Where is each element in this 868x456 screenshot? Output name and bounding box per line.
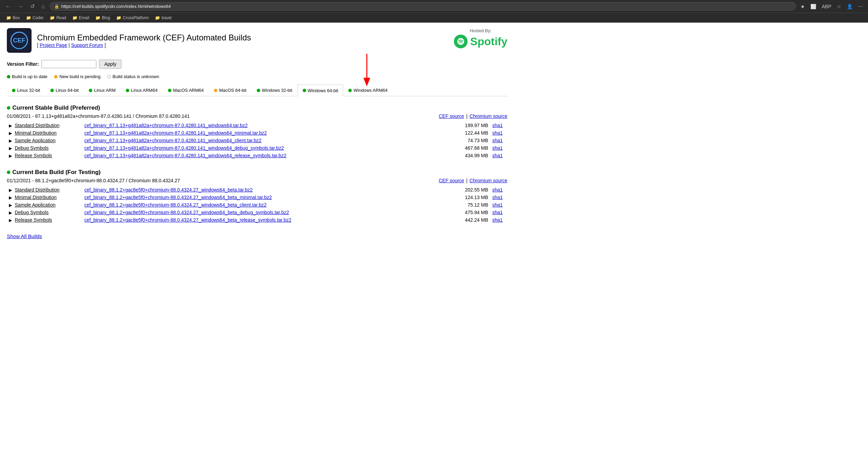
status-pending-label: New build is pending [59, 74, 100, 79]
sha1-link[interactable]: sha1 [492, 195, 503, 200]
file-link[interactable]: cef_binary_87.1.13+g481a82a+chromium-87.… [84, 130, 267, 136]
file-link[interactable]: cef_binary_88.1.2+gac8e5f0+chromium-88.0… [84, 195, 272, 200]
refresh-button[interactable]: ↺ [28, 2, 37, 10]
site-header: CEF Chromium Embedded Framework (CEF) Au… [7, 28, 507, 53]
url-text: https://cef-builds.spotifycdn.com/index.… [61, 4, 171, 9]
expand-button[interactable]: ▶ [9, 218, 13, 223]
bookmark-item-coder[interactable]: 📁Coder [23, 14, 47, 21]
expand-button[interactable]: ▶ [9, 203, 13, 208]
sha1-link[interactable]: sha1 [492, 153, 503, 158]
cef-logo: CEF [7, 28, 32, 53]
sha1-link[interactable]: sha1 [492, 210, 503, 215]
expand-button[interactable]: ▶ [9, 123, 13, 128]
folder-icon: 📁 [95, 15, 100, 20]
status-item-uptodate: Build is up to date [7, 74, 47, 79]
project-page-link[interactable]: Project Page [40, 42, 67, 48]
adblock-button[interactable]: ABP [820, 3, 833, 10]
bookmark-item-read[interactable]: 📁Read [47, 14, 69, 21]
home-button[interactable]: ⌂ [39, 3, 47, 10]
stable-chromium-source-link[interactable]: Chromium source [470, 113, 507, 119]
sha1-link[interactable]: sha1 [492, 145, 503, 151]
file-size: 475.94 MB [456, 209, 490, 216]
tab-windows-64-bit[interactable]: Windows 64-bit [298, 85, 343, 96]
star-button[interactable]: ★ [799, 3, 807, 10]
row-label: Debug Symbols [15, 210, 49, 215]
tab-windows-arm64[interactable]: Windows ARM64 [343, 85, 393, 96]
bookmark-item-box[interactable]: 📁Box [3, 14, 23, 21]
beta-cef-source-link[interactable]: CEF source [439, 178, 464, 183]
file-link[interactable]: cef_binary_88.1.2+gac8e5f0+chromium-88.0… [84, 187, 253, 193]
row-label: Release Symbols [15, 217, 52, 223]
expand-button[interactable]: ▶ [9, 153, 13, 158]
beta-chromium-source-link[interactable]: Chromium source [470, 178, 507, 183]
file-link[interactable]: cef_binary_88.1.2+gac8e5f0+chromium-88.0… [84, 210, 289, 215]
menu-button[interactable]: ⋯ [856, 3, 865, 10]
support-forum-link[interactable]: Support Forum [71, 42, 103, 48]
tab-linux-64-bit[interactable]: Linux 64-bit [45, 85, 84, 96]
extensions-button[interactable]: ⬜ [809, 3, 818, 10]
row-label: Sample Application [15, 202, 56, 208]
tab-dot [50, 89, 54, 92]
expand-button[interactable]: ▶ [9, 195, 13, 200]
sha1-link[interactable]: sha1 [492, 130, 503, 136]
beta-build-title: Current Beta Build (For Testing) [7, 169, 507, 176]
tab-dot [89, 89, 92, 92]
expand-button[interactable]: ▶ [9, 210, 13, 215]
sha1-link[interactable]: sha1 [492, 187, 503, 193]
bookmark-item-blog[interactable]: 📁Blog [93, 14, 113, 21]
bookmark-item-crossplatform[interactable]: 📁CrossPlatform [113, 14, 152, 21]
sha1-link[interactable]: sha1 [492, 138, 503, 143]
tab-macos-64-bit[interactable]: MacOS 64-bit [209, 85, 251, 96]
tab-label: Linux ARM [94, 88, 116, 93]
show-all-link[interactable]: Show All Builds [7, 233, 42, 239]
bookmark-button[interactable]: ☆ [835, 3, 843, 10]
stable-version-line: 01/08/2021 - 87.1.13+g481a82a+chromium-8… [7, 113, 507, 119]
sha1-link[interactable]: sha1 [492, 202, 503, 208]
tab-linux-arm[interactable]: Linux ARM [84, 85, 121, 96]
file-link[interactable]: cef_binary_88.1.2+gac8e5f0+chromium-88.0… [84, 217, 291, 223]
file-link[interactable]: cef_binary_87.1.13+g481a82a+chromium-87.… [84, 138, 262, 143]
expand-button[interactable]: ▶ [9, 131, 13, 136]
table-row: ▶ Minimal Distribution cef_binary_88.1.2… [7, 194, 507, 201]
stable-cef-source-link[interactable]: CEF source [439, 113, 464, 119]
page-title: Chromium Embedded Framework (CEF) Automa… [37, 33, 251, 42]
expand-button[interactable]: ▶ [9, 138, 13, 143]
tab-label: MacOS 64-bit [219, 88, 246, 93]
address-bar[interactable]: 🔒 https://cef-builds.spotifycdn.com/inde… [50, 2, 796, 11]
stable-build-section: Current Stable Build (Preferred) 01/08/2… [7, 104, 507, 159]
red-arrow-container [360, 54, 374, 89]
tab-linux-32-bit[interactable]: Linux 32-bit [7, 85, 45, 96]
back-button[interactable]: ← [3, 3, 13, 10]
file-size: 75.12 MB [456, 201, 490, 209]
file-link[interactable]: cef_binary_87.1.13+g481a82a+chromium-87.… [84, 145, 284, 151]
tab-macos-arm64[interactable]: MacOS ARM64 [163, 85, 209, 96]
file-size: 434.99 MB [456, 152, 490, 159]
lock-icon: 🔒 [54, 4, 59, 9]
row-label: Debug Symbols [15, 145, 49, 151]
bookmark-item-email[interactable]: 📁Email [70, 14, 92, 21]
bookmark-item-travel[interactable]: 📁travel [152, 14, 174, 21]
row-label: Release Symbols [15, 153, 52, 158]
table-row: ▶ Minimal Distribution cef_binary_87.1.1… [7, 129, 507, 137]
expand-button[interactable]: ▶ [9, 146, 13, 151]
status-uptodate-label: Build is up to date [12, 74, 47, 79]
sha1-link[interactable]: sha1 [492, 123, 503, 128]
table-row: ▶ Sample Application cef_binary_88.1.2+g… [7, 201, 507, 209]
version-filter-input[interactable] [41, 60, 96, 68]
apply-button[interactable]: Apply [99, 60, 121, 69]
folder-icon: 📁 [26, 15, 31, 20]
file-link[interactable]: cef_binary_87.1.13+g481a82a+chromium-87.… [84, 153, 286, 158]
beta-links-separator: | [466, 178, 468, 183]
table-row: ▶ Standard Distribution cef_binary_88.1.… [7, 186, 507, 194]
forward-button[interactable]: → [16, 3, 25, 10]
page-wrapper[interactable]: CEF Chromium Embedded Framework (CEF) Au… [0, 23, 868, 451]
file-link[interactable]: cef_binary_88.1.2+gac8e5f0+chromium-88.0… [84, 202, 267, 208]
tab-windows-32-bit[interactable]: Windows 32-bit [252, 85, 298, 96]
file-link[interactable]: cef_binary_87.1.13+g481a82a+chromium-87.… [84, 123, 248, 128]
sha1-link[interactable]: sha1 [492, 217, 503, 223]
tab-linux-arm64[interactable]: Linux ARM64 [121, 85, 162, 96]
hosted-by: Hosted By: Spotify [454, 28, 507, 48]
spotify-icon [454, 35, 468, 48]
expand-button[interactable]: ▶ [9, 188, 13, 193]
profile-button[interactable]: 👤 [845, 3, 854, 10]
